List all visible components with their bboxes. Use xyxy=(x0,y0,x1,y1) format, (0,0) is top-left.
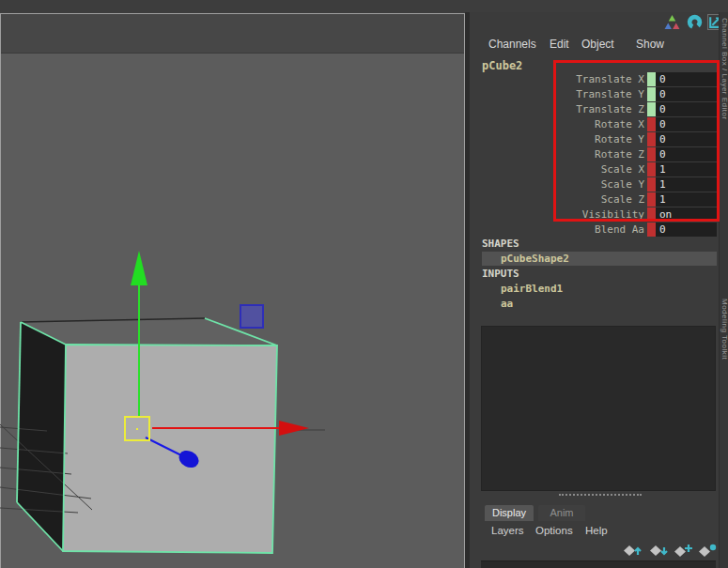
channel-value-field[interactable]: 0 xyxy=(656,223,717,237)
channel-label[interactable]: Rotate Y xyxy=(470,133,647,146)
channel-box-extra-panel xyxy=(481,326,716,491)
move-layer-down-icon[interactable] xyxy=(649,543,670,558)
channel-rows: Translate X 0 Translate Y 0 Translate Z … xyxy=(470,71,720,237)
side-tab-modeling-toolkit[interactable]: Modeling Toolkit xyxy=(720,299,728,360)
cube-left-face[interactable] xyxy=(17,322,66,551)
menu-item-layers[interactable]: Layers xyxy=(491,523,524,538)
menu-item-object[interactable]: Object xyxy=(581,36,614,53)
channel-label[interactable]: Scale Z xyxy=(470,193,647,206)
channel-label[interactable]: Scale X xyxy=(470,163,647,176)
new-empty-layer-icon[interactable] xyxy=(698,543,719,558)
channel-label[interactable]: Translate Y xyxy=(470,88,647,100)
channel-row: Translate X 0 xyxy=(470,71,720,86)
channel-row: Blend Aa 0 xyxy=(470,222,720,237)
key-state-chip xyxy=(647,223,656,237)
input-item-aa[interactable]: aa xyxy=(501,298,513,310)
channel-row: Translate Y 0 xyxy=(470,86,720,101)
channel-value-field[interactable]: 0 xyxy=(656,117,717,131)
menu-item-show[interactable]: Show xyxy=(636,36,664,53)
channel-row: Rotate X 0 xyxy=(470,116,720,131)
channel-value-field[interactable]: 0 xyxy=(656,102,717,116)
channel-label[interactable]: Rotate Z xyxy=(470,148,647,161)
menu-item-edit[interactable]: Edit xyxy=(550,36,569,53)
channel-label[interactable]: Rotate X xyxy=(470,118,647,130)
panel-resize-dots[interactable] xyxy=(559,494,642,496)
channel-label[interactable]: Blend Aa xyxy=(470,223,647,236)
key-state-chip xyxy=(647,192,656,207)
channel-row: Visibility on xyxy=(470,207,720,222)
key-state-chip xyxy=(647,177,656,192)
menu-item-help[interactable]: Help xyxy=(585,523,608,538)
channel-value-field[interactable]: 0 xyxy=(656,87,717,101)
speed-dial-icon[interactable] xyxy=(687,14,703,30)
key-state-chip xyxy=(647,102,656,116)
channel-label[interactable]: Scale Y xyxy=(470,178,647,191)
input-item-pairblend1[interactable]: pairBlend1 xyxy=(501,283,563,295)
channel-value-field[interactable]: 1 xyxy=(656,162,717,177)
manipulator-icon[interactable] xyxy=(664,14,680,30)
menu-item-options[interactable]: Options xyxy=(535,523,573,538)
channel-value-field[interactable]: 0 xyxy=(656,147,717,161)
channel-row: Translate Z 0 xyxy=(470,101,720,116)
channel-label[interactable]: Visibility xyxy=(470,208,647,221)
key-state-chip xyxy=(647,147,656,161)
viewport-canvas[interactable] xyxy=(0,0,467,568)
move-layer-up-icon[interactable] xyxy=(623,543,643,558)
key-state-chip xyxy=(647,72,656,86)
channel-box-panel: Channels Edit Object Show pCube2 Transla… xyxy=(470,12,728,568)
channel-value-field[interactable]: on xyxy=(656,207,717,222)
tab-anim[interactable]: Anim xyxy=(538,505,585,521)
menu-item-channels[interactable]: Channels xyxy=(488,36,536,53)
shape-item-pcubeshape2[interactable]: pCubeShape2 xyxy=(501,253,569,265)
channel-value-field[interactable]: 0 xyxy=(656,132,717,146)
layer-list-strip xyxy=(481,560,716,568)
key-state-chip xyxy=(647,117,656,131)
key-state-chip xyxy=(647,162,656,177)
shapes-header: SHAPES xyxy=(482,238,519,250)
channel-label[interactable]: Translate Z xyxy=(470,103,647,115)
key-state-chip xyxy=(647,132,656,146)
channel-row: Scale Y 1 xyxy=(470,177,720,192)
new-layer-from-selected-icon[interactable] xyxy=(674,543,694,558)
channel-value-field[interactable]: 1 xyxy=(656,177,717,192)
key-state-chip xyxy=(647,207,656,222)
blue-square-handle[interactable] xyxy=(240,305,263,328)
channel-row: Scale X 1 xyxy=(470,161,720,177)
sidebar-tab-strip: Channel Box / Layer Editor Modeling Tool… xyxy=(719,12,728,568)
side-tab-channel-box[interactable]: Channel Box / Layer Editor xyxy=(720,18,728,120)
channel-label[interactable]: Translate X xyxy=(470,73,647,85)
cube[interactable] xyxy=(17,318,277,553)
tab-display[interactable]: Display xyxy=(485,505,534,521)
channel-row: Scale Z 1 xyxy=(470,192,720,207)
channel-value-field[interactable]: 0 xyxy=(656,72,717,86)
inputs-header: INPUTS xyxy=(482,268,519,280)
channel-row: Rotate Y 0 xyxy=(470,131,720,146)
channel-value-field[interactable]: 1 xyxy=(656,192,717,207)
selected-object-name[interactable]: pCube2 xyxy=(482,59,522,72)
channel-row: Rotate Z 0 xyxy=(470,146,720,161)
key-state-chip xyxy=(647,87,656,101)
